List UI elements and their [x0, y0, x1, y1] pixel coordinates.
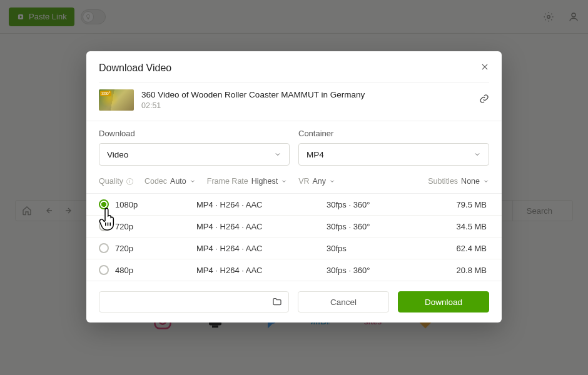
quality-row[interactable]: 720p MP4 · H264 · AAC 30fps · 360° 34.5 … — [86, 215, 502, 237]
vr-filter[interactable]: VR Any — [298, 177, 335, 186]
download-button[interactable]: Download — [398, 291, 489, 312]
save-path-input[interactable] — [99, 291, 289, 312]
quality-codec: MP4 · H264 · AAC — [196, 200, 327, 209]
quality-size: 79.5 MB — [420, 200, 489, 209]
quality-res: 1080p — [115, 200, 196, 209]
quality-radio[interactable] — [99, 199, 109, 209]
framerate-filter[interactable]: Frame Rate Highest — [207, 177, 287, 186]
quality-radio[interactable] — [99, 221, 109, 231]
quality-fps: 30fps — [327, 244, 420, 253]
modal-title: Download Video — [99, 62, 171, 74]
chevron-down-icon — [483, 178, 489, 184]
chevron-down-icon — [281, 178, 287, 184]
quality-row[interactable]: 1080p MP4 · H264 · AAC 30fps · 360° 79.5… — [86, 193, 502, 215]
quality-codec: MP4 · H264 · AAC — [196, 266, 327, 275]
container-select[interactable]: MP4 — [298, 143, 489, 166]
link-icon[interactable] — [479, 94, 489, 106]
info-icon[interactable]: i — [126, 178, 133, 185]
chevron-down-icon — [474, 151, 481, 158]
quality-radio[interactable] — [99, 265, 109, 275]
folder-icon — [272, 297, 282, 307]
quality-fps: 30fps · 360° — [327, 222, 420, 231]
close-icon[interactable] — [480, 62, 489, 74]
video-thumbnail — [99, 89, 134, 111]
codec-filter[interactable]: Codec Auto — [144, 177, 196, 186]
container-type-label: Container — [298, 129, 489, 138]
quality-codec: MP4 · H264 · AAC — [196, 222, 327, 231]
quality-fps: 30fps · 360° — [327, 200, 420, 209]
quality-res: 720p — [115, 244, 196, 253]
subtitles-filter[interactable]: Subtitles None — [428, 177, 489, 186]
quality-row[interactable]: 720p MP4 · H264 · AAC 30fps 62.4 MB — [86, 237, 502, 259]
download-video-modal: Download Video 360 Video of Wooden Rolle… — [86, 51, 502, 322]
chevron-down-icon — [190, 178, 196, 184]
video-title: 360 Video of Wooden Roller Coaster MAMMU… — [141, 90, 365, 99]
download-type-select[interactable]: Video — [99, 143, 290, 166]
quality-row[interactable]: 480p MP4 · H264 · AAC 30fps · 360° 20.8 … — [86, 259, 502, 281]
quality-res: 720p — [115, 222, 196, 231]
quality-size: 20.8 MB — [420, 266, 489, 275]
video-duration: 02:51 — [141, 101, 365, 110]
quality-codec: MP4 · H264 · AAC — [196, 244, 327, 253]
quality-fps: 30fps · 360° — [327, 266, 420, 275]
chevron-down-icon — [274, 151, 281, 158]
quality-list: 1080p MP4 · H264 · AAC 30fps · 360° 79.5… — [86, 193, 502, 281]
quality-size: 34.5 MB — [420, 222, 489, 231]
quality-size: 62.4 MB — [420, 244, 489, 253]
quality-filter: Quality i — [99, 177, 133, 186]
modal-overlay: Download Video 360 Video of Wooden Rolle… — [0, 0, 588, 375]
download-type-label: Download — [99, 129, 290, 138]
quality-radio[interactable] — [99, 243, 109, 253]
quality-res: 480p — [115, 266, 196, 275]
chevron-down-icon — [329, 178, 335, 184]
cancel-button[interactable]: Cancel — [298, 291, 389, 312]
